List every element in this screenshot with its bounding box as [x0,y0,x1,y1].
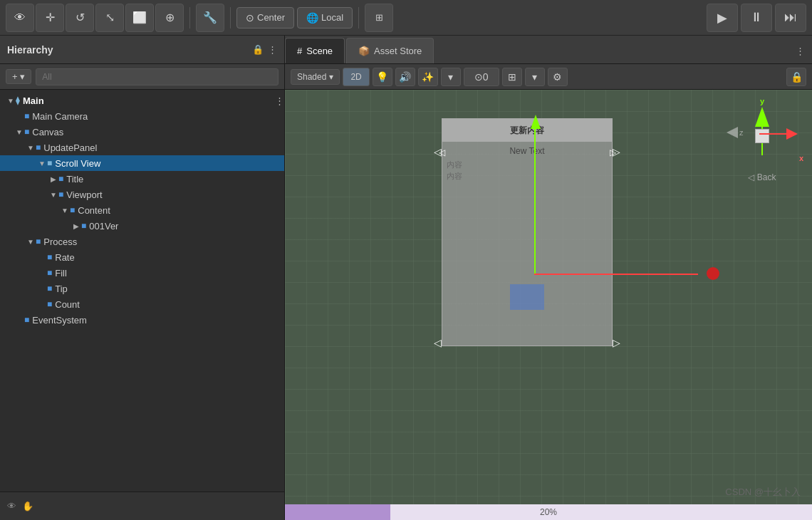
visibility-icon[interactable]: 👁 [7,501,16,511]
x-axis-arrowhead [707,267,719,280]
icon-scroll-view: ■ [47,158,52,168]
light-btn[interactable]: 💡 [373,68,392,86]
tree-item-main-camera[interactable]: ■ Main Camera [0,108,284,124]
progress-fill [285,504,390,520]
scale-tool-btn[interactable]: ⤡ [95,4,124,32]
hierarchy-header: Hierarchy 🔒 ⋮ [0,36,284,64]
view-tools: 👁 ✛ ↺ ⤡ ⬜ ⊕ [6,4,184,32]
shaded-label: Shaded [297,72,326,82]
add-button[interactable]: + ▾ [6,69,31,84]
progress-label: 20% [540,507,557,517]
label-scroll-view: Scroll View [55,158,100,169]
gizmo: y x z ◁ Back [727,97,798,189]
rotate-tool-btn[interactable]: ↺ [66,4,94,32]
separator-1 [189,7,190,28]
tree-item-main[interactable]: ▼ ⧫ Main ⋮ [0,93,284,108]
pause-button[interactable]: ⏸ [741,4,772,32]
2d-mode-btn[interactable]: 2D [343,68,369,86]
icon-001ver: ■ [81,221,86,231]
fx-arrow[interactable]: ▾ [441,68,461,86]
scene-tab-label: Scene [306,46,333,56]
hierarchy-title: Hierarchy [7,44,246,56]
move-tool-btn[interactable]: ✛ [36,4,64,32]
tree-item-eventsystem[interactable]: ■ EventSystem [0,312,284,328]
handle-left[interactable]: ◁ [434,146,442,157]
label-content: Content [78,205,110,216]
icon-viewport: ■ [58,189,63,199]
audio-btn[interactable]: 🔊 [395,68,415,86]
gizmo-z-arrow [727,127,738,138]
handle-right[interactable]: ▷ [613,146,620,157]
handle-bl[interactable]: ◁ [434,337,442,348]
tree-item-viewport[interactable]: ▼ ■ Viewport [0,187,284,202]
asset-store-label: Asset Store [374,46,422,56]
layers-btn[interactable]: ⊞ [502,68,522,86]
menu-icon[interactable]: ⋮ [268,44,277,55]
tree-item-canvas[interactable]: ▼ ■ Canvas [0,124,284,140]
scene-viewport[interactable]: ◁ ▷ ◁ ▷ ◁ ▷ 更新内容 New Text 内容 内容 [285,90,812,520]
tree-item-rate[interactable]: ■ Rate [0,249,284,265]
eye-tool-btn[interactable]: 👁 [6,4,34,32]
play-button[interactable]: ▶ [707,4,738,32]
gizmo-back-label: ◁ Back [748,172,776,182]
center-label: Center [257,12,285,23]
tree-item-scroll-view[interactable]: ▼ ■ Scroll View [0,155,284,171]
lock-scene-btn[interactable]: 🔒 [786,68,806,86]
fx-btn[interactable]: ✨ [418,68,438,86]
gizmo-back[interactable]: ◁ Back [748,172,776,182]
tree-item-process[interactable]: ▼ ■ Process [0,234,284,249]
search-input[interactable] [36,68,279,85]
settings-btn[interactable]: ⚙ [548,68,568,86]
gizmo-x-label: x [799,154,803,162]
grid-button[interactable]: ⊞ [365,4,393,32]
shaded-arrow: ▾ [329,72,333,82]
tree-item-updatepanel[interactable]: ▼ ■ UpdatePanel [0,140,284,155]
arrow-title: ▶ [48,175,58,183]
ui-panel-header: 更新内容 [442,119,612,142]
progress-bar-area: 20% [285,504,812,520]
scene-tabs-more[interactable]: ⋮ [788,38,812,63]
separator-3 [358,7,359,28]
2d-label: 2D [350,72,361,82]
label-count: Count [55,299,80,310]
gizmo-x-line [759,133,786,135]
local-button[interactable]: 🌐 Local [297,7,353,28]
arrow-count [37,301,47,308]
x-axis-line [534,274,698,275]
layers-arrow[interactable]: ▾ [525,68,545,86]
lock-icon[interactable]: 🔒 [252,44,264,55]
tree-item-001ver[interactable]: ▶ ■ 001Ver [0,218,284,234]
label-updatepanel: UpdatePanel [43,142,97,153]
custom-tool-btn[interactable]: 🔧 [196,4,224,32]
arrow-rate [37,254,47,261]
transform-tool-btn[interactable]: ⊕ [155,4,184,32]
handle-br[interactable]: ▷ [613,337,620,348]
rect-tool-btn[interactable]: ⬜ [125,4,154,32]
gizmo-layer-btn[interactable]: ⊙0 [464,68,499,86]
local-icon: 🌐 [306,12,318,24]
tree-item-tip[interactable]: ■ Tip [0,281,284,296]
hierarchy-footer: 👁 ✋ [0,492,284,520]
tree-item-title[interactable]: ▶ ■ Title [0,171,284,187]
top-toolbar: 👁 ✛ ↺ ⤡ ⬜ ⊕ 🔧 ⊙ Center 🌐 Local ⊞ ▶ ⏸ ⏭ [0,0,812,36]
scene-tab[interactable]: # Scene [285,38,345,63]
tree-item-content[interactable]: ▼ ■ Content [0,202,284,218]
gizmo-y-label: y [760,97,764,105]
label-title: Title [66,174,83,184]
center-button[interactable]: ⊙ Center [236,7,294,28]
tree-item-fill[interactable]: ■ Fill [0,265,284,281]
arrow-001ver: ▶ [71,222,81,230]
icon-content: ■ [70,205,75,215]
search-bar: + ▾ [0,64,284,90]
tree-item-count[interactable]: ■ Count [0,296,284,312]
arrow-eventsystem [14,316,24,324]
asset-store-icon: 📦 [358,46,370,56]
asset-store-tab[interactable]: 📦 Asset Store [346,38,434,63]
label-process: Process [43,236,77,247]
main-menu-icon[interactable]: ⋮ [275,95,284,106]
arrow-updatepanel: ▼ [26,144,36,152]
step-button[interactable]: ⏭ [775,4,806,32]
shaded-dropdown[interactable]: Shaded ▾ [291,69,340,85]
hand-icon[interactable]: ✋ [22,501,33,511]
new-text-label: New Text [447,146,608,156]
